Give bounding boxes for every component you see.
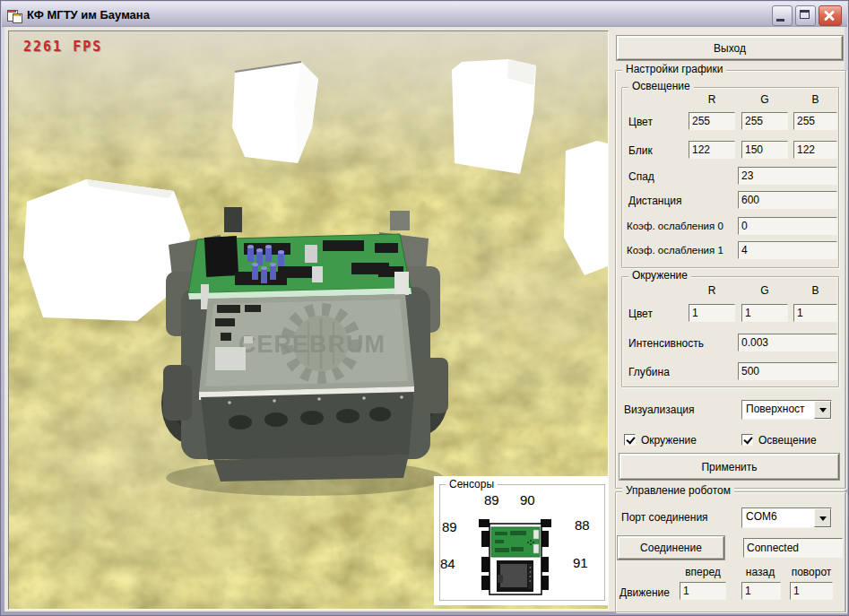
lighting-col-b: B (793, 93, 837, 106)
titlebar[interactable]: КФ МГТУ им Баумана (2, 2, 847, 27)
specular-g-input[interactable] (741, 141, 788, 159)
visualization-dropdown[interactable]: Поверхност (741, 400, 832, 420)
sensor-right-rear: 91 (573, 555, 588, 570)
ambient-color-r-input[interactable] (689, 304, 735, 322)
lighting-checkbox-label: Освещение (758, 434, 817, 447)
motion-forward-input[interactable] (680, 582, 726, 600)
distance-input[interactable] (738, 191, 837, 209)
robot-top-view (477, 517, 554, 598)
depth-label: Глубина (628, 366, 670, 378)
window-frame: КФ МГТУ им Баумана (0, 0, 849, 616)
minimize-icon (776, 19, 784, 22)
robot-logo-text: CEREBRUM (238, 331, 386, 358)
ambient-color-label: Цвет (628, 308, 653, 320)
fps-counter: 2261 FPS (23, 39, 102, 55)
sensor-right-front: 88 (575, 517, 590, 533)
application-window: { "window": { "title": "КФ МГТУ им Баума… (0, 0, 849, 616)
lighting-color-g-input[interactable] (741, 112, 788, 130)
connect-button[interactable]: Соединение (618, 536, 724, 560)
intensity-input[interactable] (738, 334, 837, 351)
ambient-checkbox[interactable] (624, 434, 636, 446)
visualization-value: Поверхност (742, 401, 814, 419)
back-column-label: назад (738, 566, 783, 578)
close-icon (819, 6, 841, 25)
lighting-group-title: Освещение (628, 80, 694, 92)
atten1-label: Коэф. ослабления 1 (627, 245, 723, 256)
port-value: COM6 (742, 508, 814, 527)
sensor-front-right: 90 (520, 492, 535, 508)
lighting-checkbox[interactable] (741, 434, 753, 446)
close-button[interactable] (819, 5, 842, 26)
falloff-input[interactable] (738, 167, 837, 185)
atten0-label: Коэф. ослабления 0 (627, 221, 723, 231)
app-icon (7, 8, 22, 22)
connection-status-field[interactable] (743, 538, 843, 558)
motion-back-input[interactable] (741, 582, 781, 600)
maximize-button[interactable] (795, 5, 816, 26)
lighting-col-r: R (689, 93, 735, 106)
intensity-label: Интенсивность (628, 337, 704, 350)
minimize-button[interactable] (772, 5, 793, 26)
ambient-col-g: G (741, 284, 788, 297)
port-dropdown-button[interactable] (814, 508, 831, 527)
visualization-label: Визуализация (624, 403, 695, 416)
port-dropdown[interactable]: COM6 (741, 508, 832, 528)
ambient-group-title: Окружение (628, 269, 691, 282)
ambient-col-b: B (793, 284, 837, 297)
specular-label: Блик (628, 144, 653, 157)
sensor-left-front: 89 (442, 519, 457, 534)
sensor-left-rear: 84 (440, 556, 455, 571)
port-label: Порт соединения (621, 511, 708, 524)
apply-button[interactable]: Применить (619, 454, 839, 480)
maximize-icon (800, 10, 810, 19)
visualization-dropdown-button[interactable] (814, 401, 831, 419)
check-icon (743, 435, 752, 445)
exit-button[interactable]: Выход (617, 36, 843, 60)
distance-label: Дистанция (628, 195, 682, 207)
specular-b-input[interactable] (793, 141, 837, 159)
chevron-down-icon (819, 516, 827, 525)
3d-viewport[interactable]: CEREBRUM (8, 30, 609, 610)
depth-input[interactable] (738, 362, 837, 380)
motion-turn-input[interactable] (790, 582, 833, 600)
window-title: КФ МГТУ им Баумана (27, 8, 150, 22)
robot-model: CEREBRUM (161, 207, 448, 496)
atten1-input[interactable] (738, 241, 837, 259)
sensors-title: Сенсоры (446, 478, 498, 490)
turn-column-label: поворот (786, 566, 836, 578)
specular-r-input[interactable] (689, 141, 735, 159)
robot-control-group-title: Управление роботом (622, 484, 734, 497)
motion-label: Движение (619, 586, 670, 599)
forward-column-label: вперед (680, 566, 726, 578)
sensors-panel: Сенсоры 89 90 89 84 88 91 (434, 476, 609, 605)
control-panel: Выход Настройки графики Освещение R G B … (612, 27, 849, 613)
client-area: CEREBRUM (4, 27, 845, 612)
check-icon (626, 435, 635, 445)
falloff-label: Спад (628, 170, 654, 183)
sensor-front-left: 89 (484, 492, 499, 508)
ambient-color-b-input[interactable] (793, 304, 837, 322)
atten0-input[interactable] (738, 217, 837, 235)
graphics-group-title: Настройки графики (622, 63, 726, 75)
ambient-checkbox-label: Окружение (641, 434, 697, 447)
lighting-color-b-input[interactable] (793, 112, 837, 130)
lighting-col-g: G (741, 93, 788, 106)
cube-right (452, 59, 536, 174)
lighting-color-label: Цвет (628, 116, 653, 128)
lighting-color-r-input[interactable] (689, 112, 735, 130)
chevron-down-icon (819, 408, 827, 416)
ambient-color-g-input[interactable] (741, 304, 788, 322)
ambient-col-r: R (689, 284, 735, 297)
